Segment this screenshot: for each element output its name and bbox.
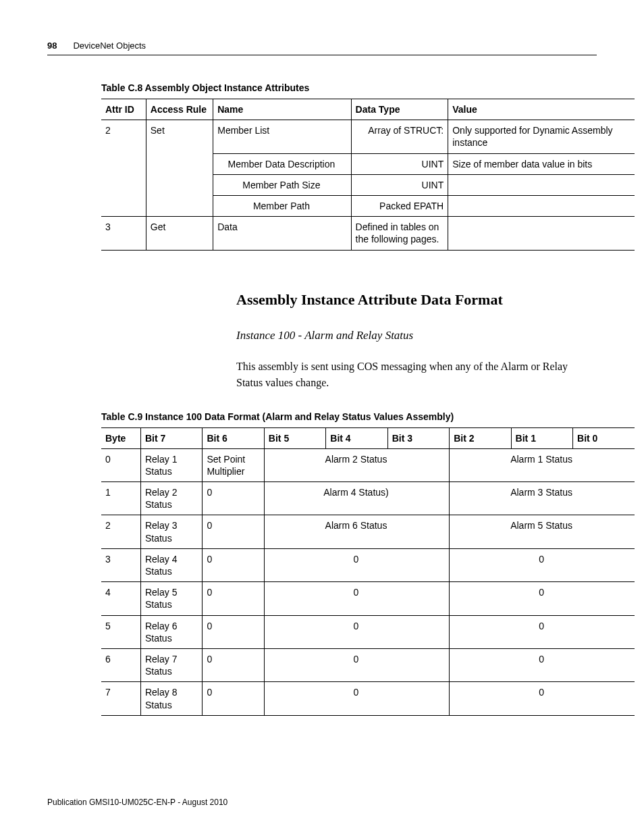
cell: Relay 1 Status: [140, 448, 202, 481]
cell: 0: [450, 582, 635, 615]
cell: 0: [450, 615, 635, 648]
cell: 0: [203, 548, 264, 581]
cell: [146, 195, 213, 216]
header-section-title: DeviceNet Objects: [73, 41, 146, 51]
table-row: 2 Set Member List Array of STRUCT: Only …: [101, 120, 635, 153]
col-bit4: Bit 4: [326, 427, 387, 448]
cell: Relay 7 Status: [140, 648, 202, 681]
cell: 0: [264, 648, 449, 681]
section-heading: Assembly Instance Attribute Data Format: [236, 291, 597, 309]
cell: [448, 217, 635, 250]
col-data-type: Data Type: [351, 99, 448, 120]
cell: 0: [264, 682, 449, 715]
table-c9-caption: Table C.9 Instance 100 Data Format (Alar…: [101, 411, 597, 422]
cell: 0: [203, 582, 264, 615]
footer-publication: Publication GMSI10-UM025C-EN-P - August …: [47, 798, 227, 807]
table-c8: Attr ID Access Rule Name Data Type Value…: [101, 99, 635, 251]
cell: Only supported for Dynamic Assembly inst…: [448, 120, 635, 153]
cell: Member List: [213, 120, 351, 153]
col-bit0: Bit 0: [573, 427, 635, 448]
cell: 0: [101, 448, 140, 481]
cell: 0: [203, 482, 264, 515]
col-bit7: Bit 7: [140, 427, 202, 448]
cell: 1: [101, 482, 140, 515]
cell: [101, 195, 146, 216]
cell: Size of member data value in bits: [448, 153, 635, 174]
cell: 7: [101, 682, 140, 715]
cell: Relay 3 Status: [140, 515, 202, 548]
col-bit1: Bit 1: [511, 427, 572, 448]
cell: 0: [264, 615, 449, 648]
col-name: Name: [213, 99, 351, 120]
page-number: 98: [47, 41, 57, 51]
cell: Alarm 5 Status: [450, 515, 635, 548]
cell: UINT: [351, 174, 448, 195]
cell: 0: [264, 582, 449, 615]
col-bit5: Bit 5: [264, 427, 325, 448]
page-header: 98 DeviceNet Objects: [47, 41, 597, 55]
cell: 2: [101, 515, 140, 548]
cell: 0: [450, 648, 635, 681]
table-c9: Byte Bit 7 Bit 6 Bit 5 Bit 4 Bit 3 Bit 2…: [101, 427, 635, 716]
body-paragraph: This assembly is sent using COS messagin…: [236, 359, 590, 391]
cell: Member Data Description: [213, 153, 351, 174]
table-row: Attr ID Access Rule Name Data Type Value: [101, 99, 635, 120]
table-row: Member Path Size UINT: [101, 174, 635, 195]
cell: 0: [450, 548, 635, 581]
table-row: Member Data Description UINT Size of mem…: [101, 153, 635, 174]
cell: Member Path: [213, 195, 351, 216]
col-bit3: Bit 3: [387, 427, 449, 448]
table-row: 3 Get Data Defined in tables on the foll…: [101, 217, 635, 250]
cell: Alarm 3 Status: [450, 482, 635, 515]
cell: Alarm 6 Status: [264, 515, 449, 548]
cell: 0: [203, 615, 264, 648]
table-row: 1Relay 2 Status0Alarm 4 Status)Alarm 3 S…: [101, 482, 635, 515]
cell: 0: [203, 515, 264, 548]
col-bit2: Bit 2: [450, 427, 511, 448]
cell: [448, 174, 635, 195]
cell: Set Point Multiplier: [203, 448, 264, 481]
cell: Defined in tables on the following pages…: [351, 217, 448, 250]
cell: 3: [101, 548, 140, 581]
table-row: 3Relay 4 Status000: [101, 548, 635, 581]
cell: 6: [101, 648, 140, 681]
cell: Relay 4 Status: [140, 548, 202, 581]
cell: Relay 2 Status: [140, 482, 202, 515]
cell: Set: [146, 120, 213, 153]
cell: Relay 6 Status: [140, 615, 202, 648]
col-byte: Byte: [101, 427, 140, 448]
cell: Get: [146, 217, 213, 250]
cell: Alarm 4 Status): [264, 482, 449, 515]
cell: [101, 153, 146, 174]
section-subheading: Instance 100 - Alarm and Relay Status: [236, 329, 597, 342]
table-row: 0Relay 1 StatusSet Point MultiplierAlarm…: [101, 448, 635, 481]
cell: Member Path Size: [213, 174, 351, 195]
cell: [146, 153, 213, 174]
cell: 5: [101, 615, 140, 648]
cell: 0: [203, 682, 264, 715]
table-row: Byte Bit 7 Bit 6 Bit 5 Bit 4 Bit 3 Bit 2…: [101, 427, 635, 448]
col-access-rule: Access Rule: [146, 99, 213, 120]
cell: 0: [450, 682, 635, 715]
cell: Packed EPATH: [351, 195, 448, 216]
cell: [146, 174, 213, 195]
table-row: 5Relay 6 Status000: [101, 615, 635, 648]
cell: Alarm 1 Status: [450, 448, 635, 481]
cell: Relay 5 Status: [140, 582, 202, 615]
cell: Data: [213, 217, 351, 250]
cell: [101, 174, 146, 195]
col-bit6: Bit 6: [203, 427, 264, 448]
cell: 4: [101, 582, 140, 615]
cell: Array of STRUCT:: [351, 120, 448, 153]
table-row: 6Relay 7 Status000: [101, 648, 635, 681]
col-value: Value: [448, 99, 635, 120]
cell: 0: [203, 648, 264, 681]
table-c8-caption: Table C.8 Assembly Object Instance Attri…: [101, 82, 597, 93]
cell: Relay 8 Status: [140, 682, 202, 715]
cell: Alarm 2 Status: [264, 448, 449, 481]
cell: [448, 195, 635, 216]
cell: 3: [101, 217, 146, 250]
cell: 2: [101, 120, 146, 153]
table-row: Member Path Packed EPATH: [101, 195, 635, 216]
col-attr-id: Attr ID: [101, 99, 146, 120]
